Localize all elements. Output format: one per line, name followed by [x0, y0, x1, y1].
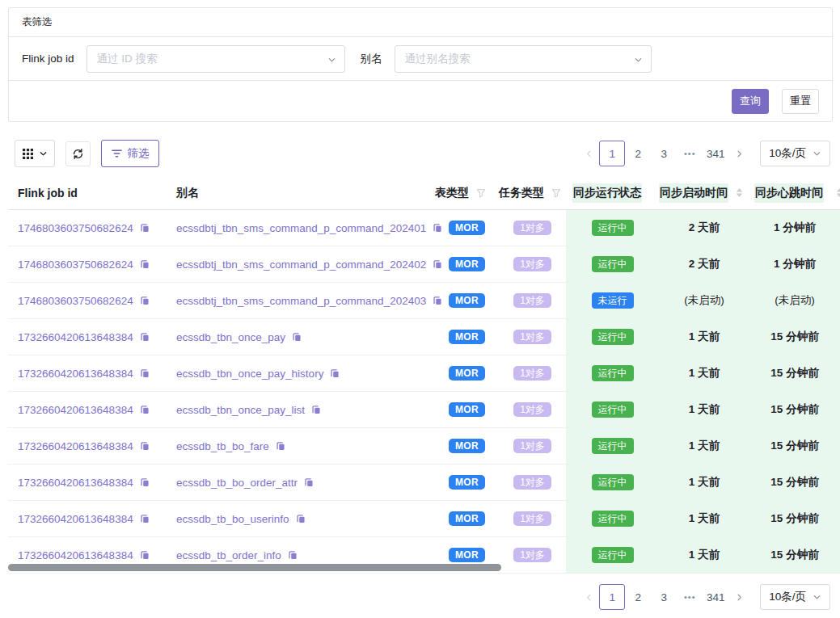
flink-job-id-link[interactable]: 1732660420613648384: [18, 331, 133, 343]
alias-link[interactable]: ecssdb_tb_order_info: [176, 549, 281, 561]
cell-alias: ecssdb_tbn_once_pay_history: [176, 355, 435, 391]
cell-sync-heartbeat-time: 15 分钟前: [749, 465, 840, 500]
prev-page-button[interactable]: [578, 141, 599, 166]
filter-funnel-icon[interactable]: [476, 188, 486, 198]
copy-icon[interactable]: [139, 295, 150, 306]
copy-icon[interactable]: [139, 477, 150, 488]
cell-sync-heartbeat-time: (未启动): [749, 283, 840, 318]
page-button-341[interactable]: 341: [703, 141, 728, 166]
refresh-button[interactable]: [65, 141, 91, 166]
next-page-button[interactable]: [728, 141, 749, 166]
page-size-select[interactable]: 10条/页: [760, 141, 830, 166]
cell-alias: ecssdb_tb_bo_fare: [176, 428, 435, 464]
horizontal-scrollbar-thumb[interactable]: [8, 564, 501, 571]
alias-link[interactable]: ecssdbtj_tbn_sms_command_p_command_20240…: [176, 222, 426, 234]
flink-job-id-link[interactable]: 1732660420613648384: [18, 368, 133, 380]
cell-table-type: MOR: [435, 392, 499, 427]
alias-link[interactable]: ecssdbtj_tbn_sms_command_p_command_20240…: [176, 295, 426, 307]
cell-flink-job-id: 1732660420613648384: [8, 355, 176, 391]
copy-icon[interactable]: [275, 440, 286, 452]
column-header-task-type: 任务类型: [499, 176, 566, 209]
table-row: 1732660420613648384ecssdb_tbn_once_pay_l…: [8, 392, 840, 428]
sync-status-badge: 运行中: [592, 547, 634, 563]
filter-button[interactable]: 筛选: [101, 140, 159, 167]
copy-icon[interactable]: [329, 368, 340, 379]
copy-icon[interactable]: [139, 513, 150, 524]
alias-link[interactable]: ecssdbtj_tbn_sms_command_p_command_20240…: [176, 259, 426, 271]
column-header-sync-start-time: 同步启动时间: [659, 176, 749, 209]
table-row: 1732660420613648384ecssdb_tbn_once_payMO…: [8, 319, 840, 355]
page-button-1[interactable]: 1: [599, 141, 625, 166]
page-ellipsis[interactable]: •••: [677, 584, 703, 610]
cell-sync-status: 运行中: [566, 428, 659, 464]
query-button[interactable]: 查询: [732, 89, 769, 114]
flink-job-id-link[interactable]: 1732660420613648384: [18, 549, 133, 561]
filter-funnel-icon[interactable]: [551, 188, 561, 198]
copy-icon[interactable]: [303, 477, 314, 488]
sorter-icon[interactable]: [736, 188, 743, 197]
alias-link[interactable]: ecssdb_tb_bo_order_attr: [176, 477, 298, 489]
copy-icon[interactable]: [295, 513, 306, 524]
copy-icon[interactable]: [139, 259, 150, 270]
flink-job-id-label: Flink job id: [22, 53, 74, 65]
flink-job-id-link[interactable]: 1732660420613648384: [18, 477, 133, 489]
copy-icon[interactable]: [139, 440, 150, 452]
next-page-button[interactable]: [728, 584, 749, 610]
copy-icon[interactable]: [139, 222, 150, 233]
cell-alias: ecssdb_tb_bo_userinfo: [176, 501, 435, 536]
sorter-icon[interactable]: [836, 188, 840, 197]
cell-flink-job-id: 1746803603750682624: [8, 283, 176, 318]
flink-job-id-link[interactable]: 1732660420613648384: [18, 404, 133, 416]
flink-job-id-link[interactable]: 1746803603750682624: [18, 222, 133, 234]
cell-task-type: 1对多: [499, 283, 566, 318]
copy-icon[interactable]: [287, 549, 298, 561]
flink-job-id-link[interactable]: 1746803603750682624: [18, 295, 133, 307]
page-button-2[interactable]: 2: [625, 584, 651, 610]
alias-link[interactable]: ecssdb_tb_bo_fare: [176, 440, 269, 452]
page-button-3[interactable]: 3: [651, 141, 677, 166]
copy-icon[interactable]: [139, 549, 150, 561]
flink-job-id-link[interactable]: 1732660420613648384: [18, 440, 133, 452]
alias-link[interactable]: ecssdb_tbn_once_pay_history: [176, 368, 323, 380]
reset-button[interactable]: 重置: [782, 89, 819, 114]
flink-job-id-link[interactable]: 1746803603750682624: [18, 259, 133, 271]
copy-icon[interactable]: [139, 331, 150, 343]
prev-page-button[interactable]: [578, 584, 599, 610]
column-settings-button[interactable]: [15, 140, 55, 167]
copy-icon[interactable]: [291, 331, 302, 343]
table-row: 1746803603750682624ecssdbtj_tbn_sms_comm…: [8, 246, 840, 283]
copy-icon[interactable]: [139, 404, 150, 415]
copy-icon[interactable]: [310, 404, 322, 415]
sync-status-badge: 运行中: [592, 438, 634, 454]
chevron-down-icon: [813, 593, 821, 602]
cell-flink-job-id: 1732660420613648384: [8, 392, 176, 427]
alias-link[interactable]: ecssdb_tbn_once_pay: [176, 331, 285, 343]
page-size-select[interactable]: 10条/页: [760, 584, 830, 610]
page-button-1[interactable]: 1: [599, 584, 625, 610]
alias-link[interactable]: ecssdb_tb_bo_userinfo: [176, 513, 289, 525]
page-ellipsis[interactable]: •••: [677, 141, 703, 166]
table-toolbar: 筛选 123•••34110条/页: [15, 140, 830, 167]
cell-sync-heartbeat-time: 1 分钟前: [749, 210, 840, 246]
alias-placeholder: 通过别名搜索: [405, 52, 471, 66]
cell-alias: ecssdbtj_tbn_sms_command_p_command_20240…: [176, 210, 435, 246]
page-button-3[interactable]: 3: [651, 584, 677, 610]
filter-form: Flink job id 通过 ID 搜索 别名 通过别名搜索: [9, 37, 832, 81]
alias-link[interactable]: ecssdb_tbn_once_pay_list: [176, 404, 305, 416]
page-button-2[interactable]: 2: [625, 141, 651, 166]
cell-alias: ecssdbtj_tbn_sms_command_p_command_20240…: [176, 283, 435, 318]
column-header-sync-status: 同步运行状态: [566, 176, 659, 209]
flink-job-id-link[interactable]: 1732660420613648384: [18, 513, 133, 525]
page-button-341[interactable]: 341: [703, 584, 728, 610]
copy-icon[interactable]: [139, 368, 150, 379]
cell-sync-status: 运行中: [566, 355, 659, 391]
cell-flink-job-id: 1732660420613648384: [8, 501, 176, 536]
sync-status-badge: 运行中: [592, 220, 634, 236]
table-type-tag: MOR: [449, 511, 485, 526]
flink-job-id-select[interactable]: 通过 ID 搜索: [87, 45, 345, 73]
table-filter-panel: 表筛选 Flink job id 通过 ID 搜索 别名 通过别名搜索 查询 重…: [8, 7, 833, 122]
alias-label: 别名: [361, 52, 382, 66]
table-type-tag: MOR: [449, 475, 485, 490]
alias-select[interactable]: 通过别名搜索: [395, 45, 652, 73]
table-type-tag: MOR: [449, 293, 485, 308]
